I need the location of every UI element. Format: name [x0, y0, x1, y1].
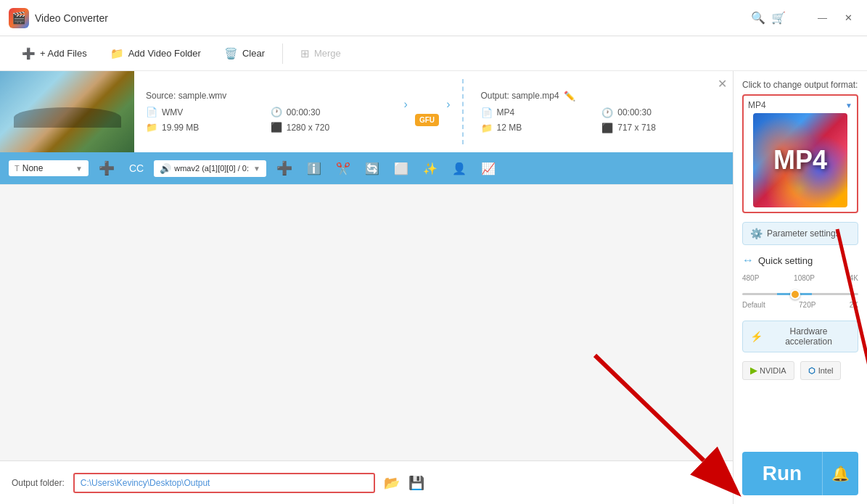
- output-format-row: 📄 MP4: [481, 107, 588, 118]
- content-area: Source: sample.wmv 📄 WMV 🕐 00:00:30 📁: [0, 71, 733, 504]
- format-section: Click to change output format: MP4 ▼: [742, 80, 858, 213]
- add-files-label: + Add Files: [40, 48, 87, 59]
- close-button[interactable]: ✕: [839, 9, 858, 26]
- nvidia-label: NVIDIA: [760, 366, 786, 375]
- output-size-icon: 📁: [481, 123, 493, 133]
- nvidia-button[interactable]: ▶ NVIDIA: [742, 361, 794, 380]
- clear-button[interactable]: 🗑️ Clear: [214, 43, 275, 65]
- merge-button[interactable]: ⊞ Merge: [290, 43, 351, 65]
- output-folder-label: Output folder:: [12, 478, 65, 488]
- add-audio-button[interactable]: ➕: [272, 157, 297, 179]
- format-dropdown-icon: ▼: [845, 102, 852, 110]
- browse-folder-button[interactable]: 📂: [384, 475, 400, 491]
- format-box[interactable]: MP4 ▼: [742, 94, 858, 213]
- minimize-button[interactable]: —: [812, 9, 833, 26]
- source-duration-row: 🕐 00:00:30: [271, 107, 387, 117]
- app-logo: 🎬: [9, 8, 29, 28]
- quality-slider[interactable]: [742, 293, 858, 295]
- format-click-label: Click to change output format:: [742, 80, 858, 90]
- output-size-row: 📁 12 MB: [481, 123, 588, 133]
- toolbar: ➕ + Add Files 📁 Add Video Folder 🗑️ Clea…: [0, 36, 867, 71]
- resolution-icon: ⬛: [271, 122, 282, 133]
- cart-icon[interactable]: 🛒: [771, 11, 786, 25]
- run-button[interactable]: Run: [742, 452, 822, 495]
- output-folder-input[interactable]: [73, 473, 376, 493]
- output-label-text: Output: sample.mp4: [481, 91, 559, 101]
- crop-button[interactable]: ⬜: [390, 159, 413, 178]
- info-button[interactable]: ℹ️: [303, 159, 326, 178]
- param-settings-label: Parameter settings: [767, 228, 840, 239]
- format-icon: 📄: [146, 107, 157, 117]
- source-duration: 00:00:30: [287, 107, 321, 117]
- speed-button[interactable]: 📈: [477, 159, 500, 178]
- parameter-settings-button[interactable]: ⚙️ Parameter settings: [742, 222, 858, 245]
- output-info: Output: sample.mp4 ✏️ 📄 MP4 🕐 00:00:30: [469, 71, 734, 152]
- file-item-close-button[interactable]: ✕: [718, 77, 727, 91]
- source-format: WMV: [162, 107, 183, 117]
- hardware-acceleration-button[interactable]: ⚡ Hardware acceleration: [742, 321, 858, 352]
- file-thumbnail: [0, 71, 134, 152]
- subtitle-dropdown[interactable]: T None ▼: [9, 160, 89, 176]
- source-size-row: 📁 19.99 MB: [146, 122, 256, 133]
- quick-setting-label-row: ↔ Quick setting: [742, 254, 858, 267]
- source-details: 📄 WMV 🕐 00:00:30 📁 19.99 MB ⬛: [146, 107, 387, 133]
- mp4-preview: [753, 113, 847, 207]
- source-resolution-row: ⬛ 1280 x 720: [271, 122, 387, 133]
- intel-icon: ⬡: [808, 366, 815, 376]
- quick-setting-section: ↔ Quick setting 480P 1080P 4K Default 72…: [742, 254, 858, 312]
- output-duration-row: 🕐 00:00:30: [601, 107, 721, 118]
- app-title: Video Converter: [35, 12, 751, 24]
- toolbar-divider: [282, 44, 283, 64]
- source-label: Source: sample.wmv: [146, 91, 387, 101]
- size-icon: 📁: [146, 122, 157, 133]
- text-icon: T: [15, 164, 20, 173]
- dashed-separator: [462, 79, 464, 144]
- intel-label: Intel: [818, 366, 834, 375]
- intel-button[interactable]: ⬡ Intel: [800, 361, 842, 380]
- titlebar-controls: 🔍 🛒 — ✕: [751, 9, 858, 26]
- alarm-button[interactable]: 🔔: [822, 452, 858, 495]
- format-name-row: MP4 ▼: [748, 100, 852, 110]
- label-default: Default: [742, 301, 765, 309]
- rotate-button[interactable]: 🔄: [361, 159, 384, 178]
- titlebar: 🎬 Video Converter 🔍 🛒 — ✕: [0, 0, 867, 36]
- hw-accel-section: ⚡ Hardware acceleration: [742, 321, 858, 352]
- add-files-button[interactable]: ➕ + Add Files: [12, 43, 97, 65]
- empty-content-area: [0, 185, 733, 460]
- edit-toolbar: T None ▼ ➕ CC 🔊 wmav2 (a[1][0][0] / 0: ▼…: [0, 152, 733, 184]
- source-info: Source: sample.wmv 📄 WMV 🕐 00:00:30 📁: [134, 71, 398, 152]
- search-icon[interactable]: 🔍: [751, 11, 765, 25]
- add-folder-icon: 📁: [110, 47, 124, 60]
- output-format-icon: 📄: [481, 107, 493, 118]
- merge-label: Merge: [314, 48, 341, 59]
- quality-labels-bottom: Default 720P 2K: [742, 301, 858, 309]
- label-1080p: 1080P: [794, 274, 815, 282]
- label-4k: 4K: [850, 274, 858, 282]
- output-duration-icon: 🕐: [601, 107, 613, 118]
- run-section: Run 🔔: [742, 452, 858, 495]
- hw-icon: ⚡: [750, 331, 763, 342]
- edit-output-icon[interactable]: ✏️: [564, 91, 575, 102]
- file-item: Source: sample.wmv 📄 WMV 🕐 00:00:30 📁: [0, 71, 733, 152]
- audio-dropdown[interactable]: 🔊 wmav2 (a[1][0][0] / 0: ▼: [154, 160, 266, 177]
- merge-icon: ⊞: [300, 47, 310, 60]
- quality-labels-top: 480P 1080P 4K: [742, 274, 858, 282]
- cut-button[interactable]: ✂️: [332, 159, 355, 178]
- add-subtitle-button[interactable]: ➕: [94, 157, 119, 179]
- watermark-button[interactable]: 👤: [448, 159, 471, 178]
- thumbnail-image: [0, 71, 134, 152]
- main-layout: Source: sample.wmv 📄 WMV 🕐 00:00:30 📁: [0, 71, 867, 504]
- audio-label: wmav2 (a[1][0][0] / 0:: [174, 164, 249, 173]
- subtitle-label: None: [22, 163, 44, 173]
- run-button-group: Run 🔔: [742, 452, 858, 495]
- label-2k: 2K: [850, 301, 858, 309]
- subtitle-dropdown-arrow: ▼: [75, 165, 83, 173]
- effects-button[interactable]: ✨: [419, 159, 442, 178]
- add-video-folder-button[interactable]: 📁 Add Video Folder: [100, 43, 211, 65]
- hw-accel-label: Hardware acceleration: [767, 326, 850, 347]
- cc-button[interactable]: CC: [125, 160, 148, 177]
- label-480p: 480P: [742, 274, 759, 282]
- save-output-button[interactable]: 💾: [408, 475, 424, 491]
- duration-icon: 🕐: [271, 107, 282, 117]
- source-size: 19.99 MB: [162, 123, 199, 133]
